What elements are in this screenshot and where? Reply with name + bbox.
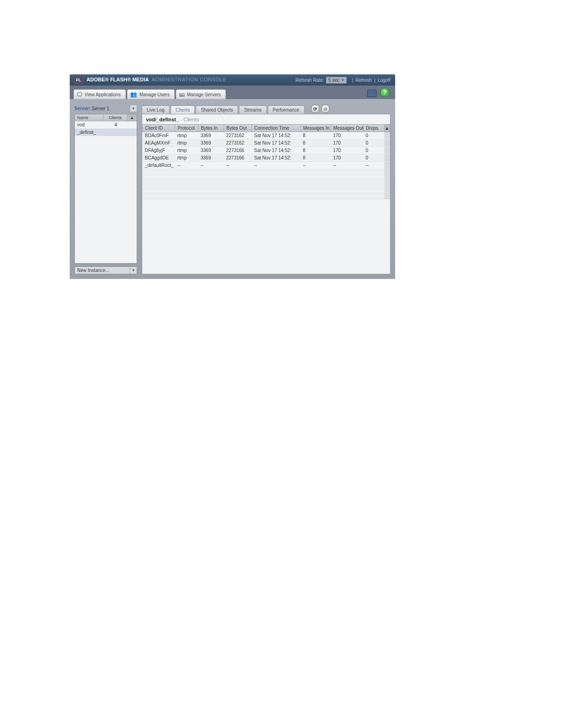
col-messages-out[interactable]: Messages Out	[331, 125, 364, 132]
cell-messages-in: 8	[301, 154, 331, 162]
table-row[interactable]: BDAc0FmFrtmp33692273162Sat Nov 17 14:52:…	[143, 132, 390, 139]
app-name: _definst_	[75, 129, 104, 136]
refresh-rate-select[interactable]: 5 sec ▼	[326, 77, 347, 84]
cell-drops: 0	[364, 132, 384, 139]
scrollbar-track[interactable]	[384, 147, 390, 154]
col-messages-in[interactable]: Messages In	[301, 125, 331, 132]
cell-messages-in: 8	[301, 147, 331, 154]
scrollbar-track[interactable]	[384, 139, 390, 147]
cell-client-id: BCAggdOE	[143, 154, 175, 162]
chevron-down-icon: ▼	[130, 267, 137, 274]
list-item[interactable]: vod 4	[75, 121, 137, 129]
scroll-up-icon[interactable]: ▲	[384, 125, 390, 132]
logo-icon: FL	[73, 76, 84, 84]
tab-live-log[interactable]: Live Log	[142, 106, 170, 114]
table-row[interactable]: DFAg6yjFrtmp33692273166Sat Nov 17 14:52:…	[143, 147, 390, 154]
col-bytes-out[interactable]: Bytes Out	[224, 125, 252, 132]
tab-view-applications[interactable]: 🖵 View Applications	[73, 89, 126, 99]
cell-client-id: _defaultRoot_	[143, 162, 175, 169]
clients-table: Client ID Protocol Bytes In Bytes Out Co…	[142, 124, 390, 199]
cell-bytes-out: --	[224, 162, 252, 169]
cell-drops: 0	[364, 154, 384, 162]
instance-name: vod/_definst_	[146, 117, 179, 122]
tab-manage-servers[interactable]: 🖴 Manage Servers	[176, 89, 226, 99]
users-icon: 👥	[130, 91, 137, 98]
main-panel: Live Log Clients Shared Objects Streams …	[142, 105, 390, 274]
monitor-icon: 🖵	[77, 91, 82, 98]
cell-messages-out: 170	[331, 139, 364, 147]
table-row[interactable]: _defaultRoot_--------------	[143, 162, 390, 169]
cell-protocol: rtmp	[175, 132, 198, 139]
cell-drops: --	[364, 162, 384, 169]
cell-messages-out: 170	[331, 147, 364, 154]
col-bytes-in[interactable]: Bytes In	[198, 125, 224, 132]
scrollbar-track[interactable]	[384, 162, 390, 169]
cell-bytes-out: 2273166	[224, 154, 252, 162]
server-dropdown[interactable]: ▼	[130, 105, 137, 112]
tab-clients[interactable]: Clients	[171, 106, 195, 114]
application-list: Name Clients ▲ vod 4 _definst_	[74, 114, 137, 264]
sidebar: Server: Server 1 ▼ Name Clients ▲ vod 4	[74, 105, 137, 274]
cell-messages-out: --	[331, 162, 364, 169]
scroll-up-icon[interactable]: ▲	[127, 114, 137, 121]
cell-bytes-in: 3369	[198, 147, 224, 154]
cell-connection-time: Sat Nov 17 14:52:	[252, 147, 301, 154]
stop-button[interactable]: ⊘	[321, 105, 330, 113]
col-drops[interactable]: Drops	[364, 125, 384, 132]
cell-bytes-out: 2273166	[224, 147, 252, 154]
col-name[interactable]: Name	[75, 114, 104, 121]
panel-tabs: Live Log Clients Shared Objects Streams …	[142, 105, 390, 114]
cell-drops	[364, 197, 384, 199]
table-row[interactable]: BCAggdOErtmp33692273166Sat Nov 17 14:52:…	[143, 154, 390, 162]
col-client-id[interactable]: Client ID	[143, 125, 175, 132]
cell-bytes-in	[198, 197, 224, 199]
cell-bytes-out: 2273162	[224, 132, 252, 139]
cell-client-id: BDAc0FmF	[143, 132, 175, 139]
tab-shared-objects[interactable]: Shared Objects	[196, 106, 238, 114]
cell-bytes-in: 3369	[198, 139, 224, 147]
list-item[interactable]: _definst_	[75, 129, 137, 136]
cell-messages-out: 170	[331, 154, 364, 162]
content-area: Server: Server 1 ▼ Name Clients ▲ vod 4	[70, 99, 395, 279]
tab-performance[interactable]: Performance	[268, 106, 304, 114]
server-value: Server 1	[92, 106, 109, 111]
app-name: vod	[75, 121, 104, 128]
cell-protocol: --	[175, 162, 198, 169]
scrollbar-track[interactable]	[384, 154, 390, 162]
top-controls: Refresh Rate: 5 sec ▼ | Refresh | Logoff	[296, 77, 390, 84]
cell-messages-in: --	[301, 162, 331, 169]
display-icon[interactable]	[367, 90, 377, 97]
cell-messages-in: 8	[301, 139, 331, 147]
server-icon: 🖴	[179, 91, 185, 98]
col-clients[interactable]: Clients	[104, 114, 127, 121]
scrollbar-track[interactable]	[384, 132, 390, 139]
chevron-down-icon: ▼	[341, 78, 344, 82]
tab-label: View Applications	[85, 92, 121, 97]
help-icon[interactable]: ?	[380, 88, 390, 97]
col-connection-time[interactable]: Connection Time	[252, 125, 301, 132]
cell-bytes-out	[224, 197, 252, 199]
section-name: - Clients	[180, 117, 199, 122]
app-clients: 4	[104, 121, 127, 128]
scrollbar-track[interactable]	[384, 197, 390, 199]
cell-bytes-in: 3369	[198, 132, 224, 139]
cell-client-id: AEAgMXmF	[143, 139, 175, 147]
new-instance-button[interactable]: New Instance... ▼	[74, 266, 137, 274]
reload-button[interactable]: ⟳	[311, 105, 319, 113]
new-instance-label: New Instance...	[75, 267, 130, 274]
tab-streams[interactable]: Streams	[239, 106, 266, 114]
separator: |	[352, 78, 353, 83]
logoff-link[interactable]: Logoff	[377, 78, 390, 83]
refresh-rate-value: 5 sec	[328, 78, 339, 83]
tab-label: Manage Servers	[187, 92, 221, 97]
title-bar: FL ADOBE® FLASH® MEDIA ADMINISTRATION CO…	[70, 74, 395, 86]
col-protocol[interactable]: Protocol	[175, 125, 198, 132]
table-row[interactable]: AEAgMXmFrtmp33692273162Sat Nov 17 14:52:…	[143, 139, 390, 147]
cell-drops: 0	[364, 139, 384, 147]
cell-client-id: DFAg6yjF	[143, 147, 175, 154]
cell-protocol: rtmp	[175, 154, 198, 162]
tab-manage-users[interactable]: 👥 Manage Users	[127, 89, 175, 99]
refresh-link[interactable]: Refresh	[356, 78, 372, 83]
cell-client-id	[143, 197, 175, 199]
nav-tabs: 🖵 View Applications 👥 Manage Users 🖴 Man…	[70, 86, 395, 99]
